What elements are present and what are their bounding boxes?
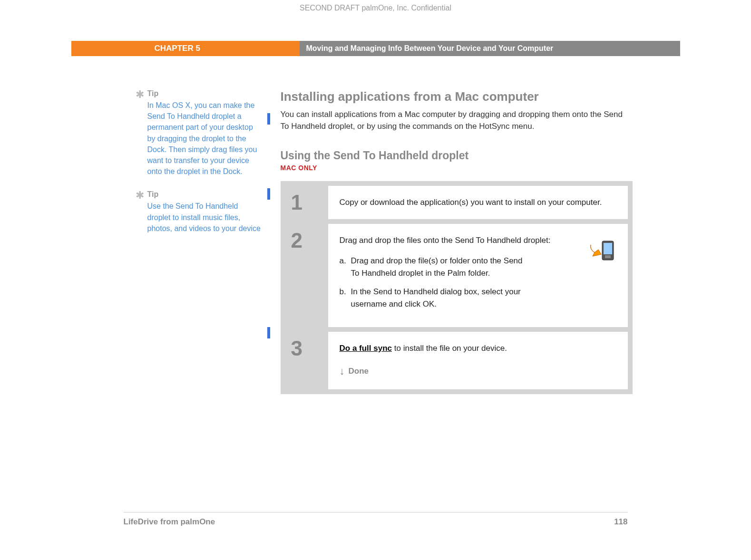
substep-text: In the Send to Handheld dialog box, sele…: [351, 286, 532, 310]
page-number: 118: [614, 517, 627, 527]
step-body: Copy or download the application(s) you …: [328, 186, 628, 219]
change-bar-icon: [267, 327, 270, 338]
step-row: 2 Drag and drop the files onto the Send …: [285, 224, 628, 328]
step-body: Do a full sync to install the file on yo…: [328, 332, 628, 389]
step-row: 1 Copy or download the application(s) yo…: [285, 186, 628, 219]
change-bar-icon: [267, 188, 270, 200]
page-footer: LifeDrive from palmOne 118: [124, 512, 628, 527]
svg-rect-1: [604, 243, 612, 254]
substep-letter: b.: [340, 286, 351, 310]
step-intro: Drag and drop the files onto the Send To…: [340, 234, 578, 247]
sub-section-title: Using the Send To Handheld droplet: [281, 149, 633, 162]
step-number: 2: [285, 224, 328, 328]
substep: a. Drag and drop the file(s) or folder o…: [340, 255, 578, 279]
done-label: Done: [349, 365, 369, 377]
section-title: Installing applications from a Mac compu…: [281, 89, 633, 104]
sidebar: ✱ Tip In Mac OS X, you can make the Send…: [133, 89, 262, 394]
change-bar-icon: [267, 113, 270, 125]
tip-text: Use the Send To Handheld droplet to inst…: [147, 201, 262, 234]
down-arrow-icon: ↓: [340, 363, 345, 379]
tip-block: ✱ Tip In Mac OS X, you can make the Send…: [133, 89, 262, 177]
done-indicator: ↓ Done: [340, 363, 616, 379]
asterisk-icon: ✱: [136, 88, 144, 101]
chapter-banner: CHAPTER 5 Moving and Managing Info Betwe…: [71, 41, 680, 56]
substep: b. In the Send to Handheld dialog box, s…: [340, 286, 578, 310]
full-sync-link[interactable]: Do a full sync: [340, 344, 392, 353]
step-text: Copy or download the application(s) you …: [340, 198, 602, 207]
step-rest-text: to install the file on your device.: [392, 344, 507, 353]
confidential-header: SECOND DRAFT palmOne, Inc. Confidential: [71, 4, 680, 12]
tip-label: Tip: [147, 190, 262, 199]
substep-letter: a.: [340, 255, 351, 279]
svg-rect-2: [605, 255, 611, 258]
product-name: LifeDrive from palmOne: [124, 517, 215, 527]
section-description: You can install applications from a Mac …: [281, 109, 633, 132]
substep-text: Drag and drop the file(s) or folder onto…: [351, 255, 532, 279]
tip-block: ✱ Tip Use the Send To Handheld droplet t…: [133, 190, 262, 234]
chapter-title: Moving and Managing Info Between Your De…: [300, 41, 680, 56]
tip-label: Tip: [147, 89, 262, 98]
send-to-handheld-icon: [588, 236, 616, 265]
step-row: 3 Do a full sync to install the file on …: [285, 332, 628, 389]
tip-text: In Mac OS X, you can make the Send To Ha…: [147, 100, 262, 177]
step-body: Drag and drop the files onto the Send To…: [328, 224, 628, 328]
platform-badge: MAC ONLY: [281, 164, 633, 172]
chapter-label: CHAPTER 5: [71, 41, 300, 56]
asterisk-icon: ✱: [136, 189, 144, 202]
step-number: 1: [285, 186, 328, 219]
main-content: Installing applications from a Mac compu…: [281, 89, 633, 394]
step-number: 3: [285, 332, 328, 389]
steps-container: 1 Copy or download the application(s) yo…: [281, 181, 633, 394]
